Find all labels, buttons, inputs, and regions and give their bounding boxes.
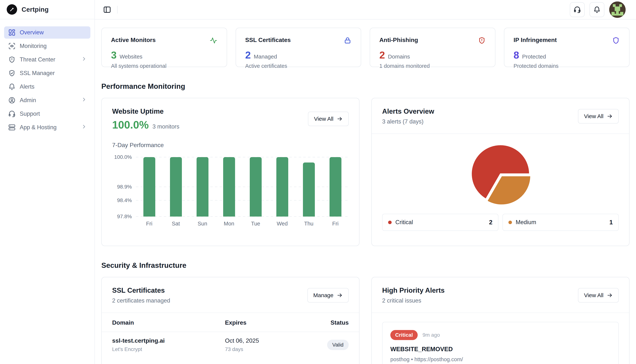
priority-view-all-button[interactable]: View All bbox=[578, 288, 619, 302]
sidebar-item-ssl-manager[interactable]: SSL Manager bbox=[4, 67, 90, 79]
website-uptime-card: Website Uptime 100.0% 3 monitors View Al… bbox=[101, 98, 359, 246]
sidebar-item-label: Monitoring bbox=[20, 43, 47, 50]
main-content: Active Monitors 3 Websites All systems o… bbox=[95, 28, 636, 364]
uptime-view-all-button[interactable]: View All bbox=[308, 112, 349, 126]
sidebar-item-app-hosting[interactable]: App & Hosting bbox=[4, 121, 90, 134]
divider bbox=[102, 312, 359, 313]
chevron-right-icon bbox=[81, 56, 87, 63]
alert-source: posthog • https://posthog.com/ bbox=[390, 356, 610, 362]
bell-icon bbox=[593, 6, 601, 13]
uptime-bar bbox=[250, 157, 262, 216]
sidebar-item-overview[interactable]: Overview bbox=[4, 26, 90, 39]
uptime-bar bbox=[143, 157, 155, 216]
alerts-card-title: Alerts Overview bbox=[382, 108, 434, 115]
legend-label: Medium bbox=[516, 219, 536, 226]
sidebar: Certping Overview Monitoring Threat Cent… bbox=[0, 0, 95, 364]
stat-value: 2 bbox=[245, 50, 251, 60]
stat-unit: Protected bbox=[522, 54, 546, 60]
chart-y-axis: 100.0% 98.9% 98.4% 97.8% bbox=[112, 157, 136, 216]
column-domain: Domain bbox=[112, 319, 225, 326]
section-heading-performance: Performance Monitoring bbox=[101, 82, 629, 90]
brand-name: Certping bbox=[22, 6, 49, 13]
sidebar-item-label: Admin bbox=[20, 97, 36, 104]
user-circle-icon bbox=[8, 96, 16, 104]
uptime-bar bbox=[223, 157, 235, 216]
stat-unit: Domains bbox=[388, 54, 410, 60]
stat-card-ip-infringement: IP Infringement 8 Protected Protected do… bbox=[504, 28, 630, 67]
avatar-pixel-art-icon bbox=[609, 2, 625, 18]
uptime-bar bbox=[330, 157, 341, 216]
section-heading-security: Security & Infrastructure bbox=[101, 261, 629, 270]
column-status: Status bbox=[305, 319, 349, 326]
uptime-bar-chart: 7-Day Performance 100.0% 98.9% 98.4% 97.… bbox=[102, 139, 359, 227]
sidebar-toggle-button[interactable] bbox=[102, 4, 112, 15]
shield-icon bbox=[612, 36, 620, 44]
scan-eye-icon bbox=[8, 42, 16, 50]
sidebar-item-admin[interactable]: Admin bbox=[4, 94, 90, 106]
panel-left-icon bbox=[103, 6, 111, 14]
sidebar-item-monitoring[interactable]: Monitoring bbox=[4, 40, 90, 52]
activity-icon bbox=[209, 36, 218, 44]
notifications-button[interactable] bbox=[589, 2, 604, 17]
stat-title: IP Infringement bbox=[514, 36, 557, 44]
server-icon bbox=[8, 124, 16, 131]
lock-icon bbox=[344, 36, 351, 44]
uptime-bar bbox=[303, 162, 315, 216]
support-button[interactable] bbox=[570, 2, 585, 17]
sidebar-item-threat-center[interactable]: Threat Center bbox=[4, 54, 90, 66]
bell-icon bbox=[8, 83, 16, 90]
uptime-bar bbox=[276, 157, 288, 216]
legend-item-medium: Medium 1 bbox=[503, 214, 619, 231]
chart-plot-area bbox=[136, 157, 349, 216]
severity-badge: Critical bbox=[390, 330, 418, 340]
uptime-bar bbox=[196, 157, 208, 216]
ssl-manage-button[interactable]: Manage bbox=[307, 288, 349, 302]
dashboard-icon bbox=[8, 29, 16, 36]
arrow-right-icon bbox=[607, 292, 613, 298]
arrow-right-icon bbox=[607, 113, 613, 119]
button-label: View All bbox=[584, 113, 603, 120]
high-priority-alerts-card: High Priority Alerts 2 critical issues V… bbox=[371, 277, 629, 364]
stat-subtitle: Protected domains bbox=[514, 63, 620, 69]
stat-card-active-monitors: Active Monitors 3 Websites All systems o… bbox=[101, 28, 227, 67]
pie-legend: Critical 2 Medium 1 bbox=[382, 214, 619, 231]
alert-timestamp: 9m ago bbox=[422, 332, 440, 338]
ssl-certificates-card: SSL Certificates 2 certificates managed … bbox=[101, 277, 359, 364]
sidebar-item-label: Overview bbox=[20, 29, 44, 36]
headset-icon bbox=[8, 110, 16, 118]
domain-name: ssl-test.certping.ai bbox=[112, 337, 225, 344]
alerts-card-meta: 3 alerts (7 days) bbox=[382, 118, 434, 125]
priority-card-title: High Priority Alerts bbox=[382, 286, 445, 294]
sidebar-item-alerts[interactable]: Alerts bbox=[4, 80, 90, 93]
button-label: View All bbox=[314, 116, 333, 122]
uptime-card-title: Website Uptime bbox=[112, 108, 179, 115]
ssl-table-header: Domain Expires Status bbox=[102, 319, 359, 332]
stat-cards-row: Active Monitors 3 Websites All systems o… bbox=[101, 28, 629, 67]
legend-item-critical: Critical 2 bbox=[382, 214, 498, 231]
topbar-separator bbox=[117, 6, 118, 14]
sidebar-item-label: App & Hosting bbox=[20, 124, 57, 131]
alerts-overview-card: Alerts Overview 3 alerts (7 days) View A… bbox=[371, 98, 629, 246]
stat-unit: Managed bbox=[254, 54, 277, 60]
stat-card-ssl-certificates: SSL Certificates 2 Managed Active certif… bbox=[236, 28, 361, 67]
sidebar-item-label: Support bbox=[20, 110, 40, 117]
days-remaining: 73 days bbox=[225, 346, 305, 352]
arrow-right-icon bbox=[337, 292, 343, 298]
critical-dot-icon bbox=[388, 221, 392, 224]
sidebar-item-label: SSL Manager bbox=[20, 70, 55, 76]
alerts-view-all-button[interactable]: View All bbox=[578, 109, 619, 124]
button-label: Manage bbox=[313, 292, 333, 298]
chart-label: 7-Day Performance bbox=[112, 142, 349, 148]
stat-subtitle: 1 domains monitored bbox=[379, 63, 486, 69]
chart-x-axis: Fri Sat Sun Mon Tue Wed Thu Fri bbox=[136, 221, 349, 227]
ssl-card-meta: 2 certificates managed bbox=[112, 297, 170, 304]
certificate-issuer: Let's Encrypt bbox=[112, 346, 225, 352]
uptime-bar bbox=[170, 157, 182, 216]
ssl-card-title: SSL Certificates bbox=[112, 286, 170, 294]
stat-subtitle: Active certificates bbox=[245, 63, 352, 69]
uptime-monitor-count: 3 monitors bbox=[152, 123, 179, 130]
sidebar-item-support[interactable]: Support bbox=[4, 108, 90, 120]
user-avatar[interactable] bbox=[609, 2, 625, 18]
expiry-date: Oct 06, 2025 bbox=[225, 337, 305, 344]
chevron-right-icon bbox=[81, 124, 87, 131]
